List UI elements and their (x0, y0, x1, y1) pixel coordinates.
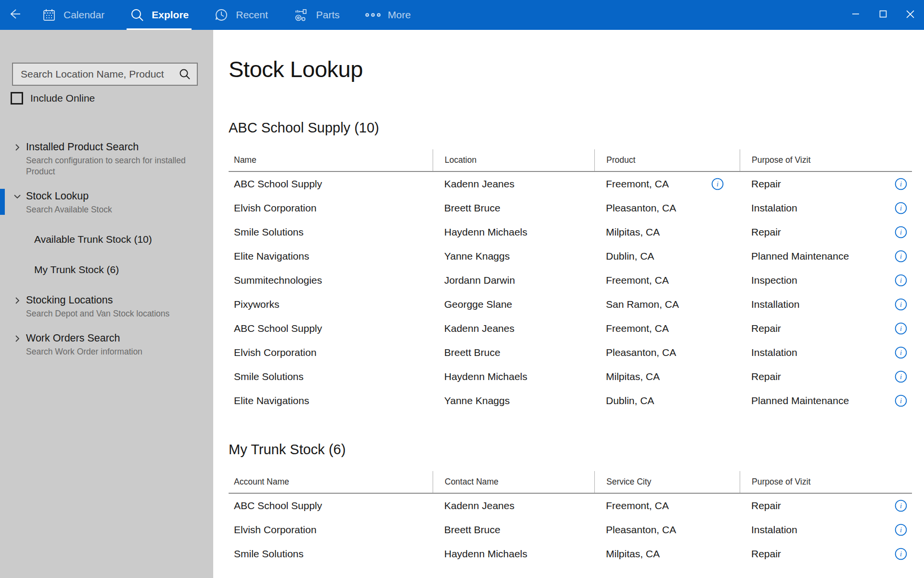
table-cell: Elvish Corporation (229, 196, 433, 220)
info-icon[interactable]: i (894, 201, 908, 215)
close-icon (906, 10, 914, 20)
cell-text: Kadenn Jeanes (444, 178, 514, 190)
info-icon[interactable]: i (894, 225, 908, 239)
table-row[interactable]: Elvish CorporationBreett BrucePleasanton… (229, 341, 912, 365)
table-rows: ABC School SupplyKadenn JeanesFreemont, … (229, 172, 912, 413)
history-icon (214, 7, 229, 23)
tree-item-title: Stocking Locations (26, 294, 113, 306)
ellipsis-icon (365, 12, 381, 18)
chevron-down-icon[interactable] (13, 193, 21, 200)
table-row[interactable]: Elvish CorporationBreett BrucePleasanton… (229, 518, 912, 542)
info-icon[interactable]: i (894, 298, 908, 311)
maximize-icon (879, 10, 887, 20)
maximize-button[interactable] (869, 0, 897, 30)
cell-text: Smile Solutions (234, 548, 304, 560)
cell-text: Freemont, CA (606, 500, 669, 512)
search-type-tree: Installed Product Search Search configur… (0, 141, 213, 357)
chevron-right-icon[interactable] (13, 335, 21, 342)
info-icon[interactable]: i (894, 394, 908, 407)
table-cell: Yanne Knaggs (433, 244, 594, 268)
include-online-option[interactable]: Include Online (11, 92, 213, 105)
chevron-right-icon[interactable] (13, 297, 21, 304)
cell-text: Breett Bruce (444, 524, 500, 536)
cell-text: Instalation (751, 347, 797, 358)
sidebar: Include Online Installed Product Search … (0, 30, 213, 578)
cell-text: Milpitas, CA (606, 226, 660, 238)
table-cell: Breett Bruce (433, 518, 594, 542)
table-cell: Repairi (740, 365, 912, 389)
column-header: Purpose of Vizit (740, 471, 912, 493)
table-row[interactable]: Elvish CorporationBreett BrucePleasanton… (229, 196, 912, 220)
cell-text: Haydenn Michaels (444, 371, 527, 382)
table-row[interactable]: SummitechnologiesJordann DarwinFreemont,… (229, 268, 912, 292)
table-cell: Smile Solutions (229, 365, 433, 389)
info-icon[interactable]: i (894, 274, 908, 287)
table-cell: ABC School Supply (229, 494, 433, 518)
info-icon[interactable]: i (894, 499, 908, 512)
cell-text: Dublin, CA (606, 395, 654, 407)
table-cell: Georgge Slane (433, 292, 594, 316)
cell-text: Milpitas, CA (606, 371, 660, 382)
minimize-button[interactable] (842, 0, 869, 30)
table-cell: Elite Navigations (229, 389, 433, 413)
table-row[interactable]: PixyworksGeorgge SlaneSan Ramon, CAInsta… (229, 292, 912, 316)
info-icon[interactable]: i (894, 523, 908, 537)
cell-text: Planned Maintenance (751, 250, 849, 262)
cell-text: Elvish Corporation (234, 347, 317, 358)
info-icon[interactable]: i (894, 346, 908, 359)
table-row[interactable]: ABC School SupplyKadenn JeanesFreemont, … (229, 316, 912, 341)
tree-item-title: Work Orders Search (26, 332, 120, 344)
close-button[interactable] (897, 0, 924, 30)
info-icon[interactable]: i (711, 177, 724, 191)
info-icon[interactable]: i (894, 177, 908, 191)
table-cell: Repairi (740, 172, 912, 196)
tree-item-subtitle: Search Available Stock (26, 204, 195, 215)
cell-text: Elvish Corporation (234, 524, 317, 536)
nav-item-label: Calendar (64, 9, 104, 21)
include-online-label: Include Online (30, 92, 95, 104)
table-row[interactable]: ABC School SupplyKadenn JeanesFreemont, … (229, 494, 912, 518)
table-row[interactable]: Smile SolutionsHaydenn MichaelsMilpitas,… (229, 365, 912, 389)
table-cell: Freemont, CA (594, 494, 740, 518)
back-button[interactable] (0, 0, 29, 30)
cell-text: Repair (751, 548, 781, 560)
table-row[interactable]: Elite NavigationsYanne KnaggsDublin, CAP… (229, 244, 912, 268)
table-row[interactable]: ABC School SupplyKadenn JeanesFreemont, … (229, 172, 912, 196)
tree-item-work-orders-search[interactable]: Work Orders Search Search Work Order inf… (0, 332, 213, 357)
top-navigation-bar: CalendarExploreRecentPartsMore (0, 0, 924, 30)
tree-child-available-trunk-stock[interactable]: Available Trunk Stock (10) (34, 234, 196, 245)
table-cell: Pixyworks (229, 292, 433, 316)
table-cell: Freemont, CAi (594, 172, 740, 196)
table-cell: Repairi (740, 316, 912, 341)
table-row[interactable]: Smile SolutionsHaydenn MichaelsMilpitas,… (229, 220, 912, 244)
nav-item-more[interactable]: More (352, 0, 424, 30)
search-input[interactable] (12, 63, 198, 86)
info-icon[interactable]: i (894, 322, 908, 335)
nav-item-calendar[interactable]: Calendar (29, 0, 117, 30)
tree-child-my-trunk-stock[interactable]: My Trunk Stock (6) (34, 264, 196, 276)
table-row[interactable]: Smile SolutionsHaydenn MichaelsMilpitas,… (229, 542, 912, 566)
nav-item-recent[interactable]: Recent (201, 0, 281, 30)
cell-text: Inspection (751, 275, 797, 286)
cell-text: Planned Maintenance (751, 395, 849, 407)
table-cell: Elvish Corporation (229, 518, 433, 542)
info-icon[interactable]: i (894, 250, 908, 263)
cell-text: Yanne Knaggs (444, 250, 510, 262)
table-row[interactable]: Elite NavigationsYanne KnaggsDublin, CAP… (229, 389, 912, 413)
tree-item-stock-lookup[interactable]: Stock Lookup Search Available Stock Avai… (0, 190, 213, 276)
cell-text: Repair (751, 178, 781, 190)
cell-text: Repair (751, 371, 781, 382)
chevron-right-icon[interactable] (13, 144, 21, 151)
include-online-checkbox[interactable] (11, 92, 23, 105)
cell-text: ABC School Supply (234, 500, 322, 512)
tree-item-installed-product-search[interactable]: Installed Product Search Search configur… (0, 141, 213, 177)
info-icon[interactable]: i (894, 547, 908, 561)
info-icon[interactable]: i (894, 370, 908, 383)
nav-item-explore[interactable]: Explore (117, 0, 201, 30)
nav-item-parts[interactable]: Parts (281, 0, 352, 30)
tree-item-stocking-locations[interactable]: Stocking Locations Search Depot and Van … (0, 294, 213, 319)
table-cell: Haydenn Michaels (433, 365, 594, 389)
table-cell: Instalationi (740, 341, 912, 365)
search-icon[interactable] (179, 68, 191, 82)
svg-text:i: i (900, 252, 902, 260)
